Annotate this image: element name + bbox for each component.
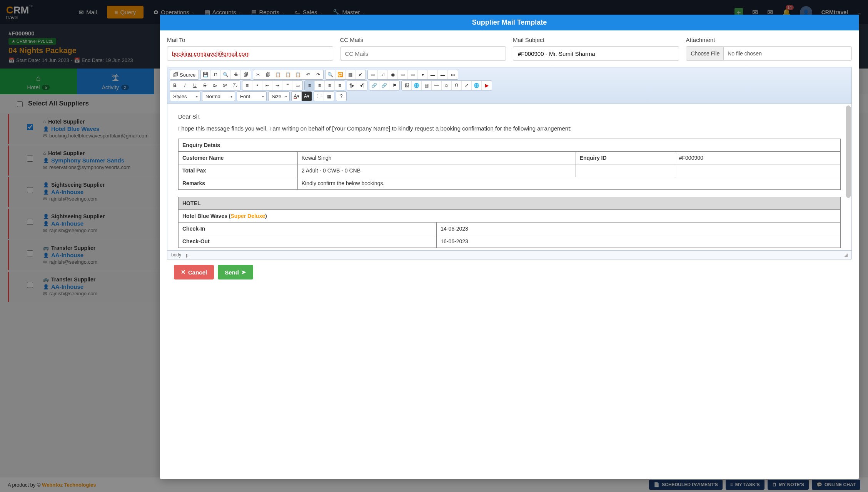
rtl-icon[interactable]: ◂¶ (357, 81, 367, 90)
enquiry-table: Enquiry Detais Customer Name Kewal Singh… (178, 139, 841, 190)
button-icon[interactable]: ▬ (428, 70, 438, 79)
italic-icon[interactable]: I (180, 81, 190, 90)
table-icon[interactable]: ▦ (422, 81, 432, 90)
editor-content[interactable]: Dear Sir, I hope this message finds you … (167, 104, 851, 250)
checkin-label: Check-In (179, 223, 437, 235)
copy-icon[interactable]: 🗐 (263, 70, 273, 79)
about-icon[interactable]: ? (336, 92, 346, 101)
send-icon: ➤ (241, 269, 246, 276)
cc-input[interactable] (340, 46, 506, 61)
save-icon[interactable]: 💾 (201, 70, 211, 79)
youtube-icon[interactable]: ▶ (482, 81, 492, 90)
hidden-icon[interactable]: ▭ (448, 70, 458, 79)
replace-icon[interactable]: 🔁 (336, 70, 346, 79)
newpage-icon[interactable]: 🗋 (211, 70, 221, 79)
hotel-table: HOTEL Hotel Blue Waves (Super Deluxe) Ch… (178, 197, 841, 248)
align-right-icon[interactable]: ≡ (325, 81, 335, 90)
form-icon[interactable]: ▭ (368, 70, 378, 79)
modal-actions: ✕Cancel Send➤ (167, 259, 852, 287)
source-button[interactable]: 🗐 Source (170, 70, 199, 79)
format-select[interactable]: Normal (202, 91, 235, 101)
specialchar-icon[interactable]: Ω (452, 81, 462, 90)
outdent-icon[interactable]: ⇤ (262, 81, 272, 90)
align-left-icon[interactable]: ≡ (305, 81, 315, 90)
redo-icon[interactable]: ↷ (313, 70, 323, 79)
spellcheck-icon[interactable]: ✔ (356, 70, 366, 79)
choose-file-button[interactable]: Choose File (687, 47, 724, 60)
bgcolor-icon[interactable]: A▾ (302, 92, 312, 101)
checkbox-icon[interactable]: ☑ (378, 70, 388, 79)
radio-icon[interactable]: ◉ (388, 70, 398, 79)
status-body[interactable]: body (171, 252, 181, 258)
imagebutton-icon[interactable]: ▬ (438, 70, 448, 79)
find-icon[interactable]: 🔍 (326, 70, 336, 79)
resize-handle[interactable]: ◢ (844, 252, 848, 258)
enquiry-id-value: #F000900 (675, 152, 840, 164)
hotel-header: HOTEL (179, 197, 841, 210)
templates-icon[interactable]: 🗐 (241, 70, 251, 79)
numberlist-icon[interactable]: ≡ (242, 81, 252, 90)
iframe-icon[interactable]: 🌐 (472, 81, 482, 90)
bulletlist-icon[interactable]: • (252, 81, 262, 90)
hr-icon[interactable]: — (432, 81, 442, 90)
font-select[interactable]: Font (237, 91, 267, 101)
mail-to-label: Mail To (167, 37, 333, 43)
showblocks-icon[interactable]: ▦ (324, 92, 334, 101)
editor-status: body p ◢ (167, 250, 851, 259)
cut-icon[interactable]: ✂ (253, 70, 263, 79)
textarea-icon[interactable]: ▭ (408, 70, 418, 79)
styles-select[interactable]: Styles (170, 91, 200, 101)
scrollbar[interactable] (846, 105, 851, 198)
total-pax-value: 2 Adult - 0 CWB - 0 CNB (297, 164, 576, 177)
textcolor-icon[interactable]: A▾ (292, 92, 302, 101)
blockquote-icon[interactable]: ❝ (282, 81, 292, 90)
intro: I hope this message finds you well. I am… (178, 125, 841, 132)
status-p[interactable]: p (186, 252, 189, 258)
checkout-label: Check-Out (179, 235, 437, 248)
superscript-icon[interactable]: x² (220, 81, 230, 90)
image-icon[interactable]: 🖼 (402, 81, 412, 90)
greeting: Dear Sir, (178, 113, 841, 120)
subscript-icon[interactable]: x₂ (210, 81, 220, 90)
customer-name-label: Customer Name (179, 152, 298, 164)
strike-icon[interactable]: S (200, 81, 210, 90)
removeformat-icon[interactable]: Tₓ (230, 81, 240, 90)
bold-icon[interactable]: B (170, 81, 180, 90)
paste-text-icon[interactable]: 📋 (283, 70, 293, 79)
modal-body: Mail To CC Mails Mail Subject Attachment… (160, 30, 859, 303)
cancel-button[interactable]: ✕Cancel (174, 265, 214, 279)
unlink-icon[interactable]: 🔗 (379, 81, 389, 90)
print-icon[interactable]: 🖶 (231, 70, 241, 79)
paste-word-icon[interactable]: 📋 (293, 70, 303, 79)
select-icon[interactable]: ▾ (418, 70, 428, 79)
ltr-icon[interactable]: ¶▸ (347, 81, 357, 90)
underline-icon[interactable]: U (190, 81, 200, 90)
size-select[interactable]: Size (268, 91, 290, 101)
align-justify-icon[interactable]: ≡ (335, 81, 345, 90)
undo-icon[interactable]: ↶ (303, 70, 313, 79)
flash-icon[interactable]: 🌐 (412, 81, 422, 90)
send-button[interactable]: Send➤ (218, 265, 253, 279)
align-center-icon[interactable]: ≡ (315, 81, 325, 90)
subject-input[interactable] (513, 46, 679, 61)
selectall-icon[interactable]: ▦ (346, 70, 356, 79)
div-icon[interactable]: ▭ (292, 81, 302, 90)
maximize-icon[interactable]: ⛶ (314, 92, 324, 101)
preview-icon[interactable]: 🔍 (221, 70, 231, 79)
checkout-value: 16-06-2023 (437, 235, 841, 248)
mail-modal: Supplier Mail Template Mail To CC Mails … (160, 15, 859, 303)
textfield-icon[interactable]: ▭ (398, 70, 408, 79)
hotel-name-row: Hotel Blue Waves (Super Deluxe) (179, 210, 841, 223)
smiley-icon[interactable]: ☺ (442, 81, 452, 90)
attachment-label: Attachment (686, 37, 852, 43)
paste-icon[interactable]: 📋 (273, 70, 283, 79)
link-icon[interactable]: 🔗 (369, 81, 379, 90)
pagebreak-icon[interactable]: ⤢ (462, 81, 472, 90)
remarks-value: Kindly confirm the below bookings. (297, 177, 840, 190)
enquiry-header: Enquiry Detais (179, 139, 841, 152)
total-pax-label: Total Pax (179, 164, 298, 177)
anchor-icon[interactable]: ⚑ (389, 81, 399, 90)
remarks-label: Remarks (179, 177, 298, 190)
indent-icon[interactable]: ⇥ (272, 81, 282, 90)
mail-to-input[interactable] (167, 46, 333, 61)
